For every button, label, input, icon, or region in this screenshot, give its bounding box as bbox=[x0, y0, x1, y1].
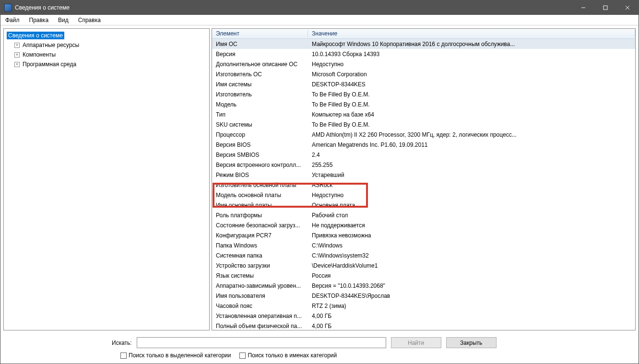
list-row[interactable]: Устройство загрузки\Device\HarddiskVolum… bbox=[212, 260, 635, 270]
list-row[interactable]: Изготовитель основной платыASRock bbox=[212, 180, 635, 190]
cell-value: Основная плата bbox=[308, 202, 635, 209]
check-selected-category[interactable]: Поиск только в выделенной категории bbox=[120, 352, 231, 359]
tree-root-label: Сведения о системе bbox=[7, 32, 64, 39]
list-row[interactable]: Конфигурация PCR7Привязка невозможна bbox=[212, 230, 635, 240]
find-button[interactable]: Найти bbox=[391, 337, 441, 348]
cell-value: 255.255 bbox=[308, 162, 635, 168]
check-category-names[interactable]: Поиск только в именах категорий bbox=[239, 352, 337, 359]
list-row[interactable]: Имя пользователяDESKTOP-8344KES\Ярослав bbox=[212, 291, 635, 301]
cell-value: \Device\HarddiskVolume1 bbox=[308, 262, 635, 269]
cell-name: Дополнительное описание ОС bbox=[212, 61, 308, 68]
tree-item[interactable]: +Программная среда bbox=[6, 59, 207, 69]
list-row[interactable]: Версия BIOSAmerican Megatrends Inc. P1.6… bbox=[212, 140, 635, 150]
list-row[interactable]: Состояние безопасной загруз...Не поддерж… bbox=[212, 220, 635, 230]
cell-value: To Be Filled By O.E.M. bbox=[308, 121, 635, 128]
msinfo32-window: Сведения о системе Файл Правка Вид Справ… bbox=[0, 0, 639, 364]
check-category-names-label: Поиск только в именах категорий bbox=[248, 352, 337, 359]
cell-name: Папка Windows bbox=[212, 242, 308, 249]
cell-name: Системная папка bbox=[212, 252, 308, 259]
bottom-bar: Искать: Найти Закрыть Поиск только в выд… bbox=[0, 333, 639, 364]
content-area: Сведения о системе +Аппаратные ресурсы+К… bbox=[0, 25, 639, 333]
list-row[interactable]: ПроцессорAMD Athlon(tm) II X2 260 Proces… bbox=[212, 129, 635, 140]
titlebar[interactable]: Сведения о системе bbox=[0, 0, 639, 15]
tree-item[interactable]: +Аппаратные ресурсы bbox=[6, 40, 207, 50]
close-button[interactable] bbox=[616, 0, 639, 15]
cell-value: To Be Filled By O.E.M. bbox=[308, 91, 635, 98]
menu-help[interactable]: Справка bbox=[76, 16, 103, 24]
column-header-name[interactable]: Элемент bbox=[212, 30, 308, 37]
menu-view[interactable]: Вид bbox=[56, 16, 71, 24]
tree-root-item[interactable]: Сведения о системе bbox=[6, 31, 207, 40]
cell-name: Имя пользователя bbox=[212, 293, 308, 299]
list-row[interactable]: Режим BIOSУстаревший bbox=[212, 170, 635, 180]
list-row[interactable]: ИзготовительTo Be Filled By O.E.M. bbox=[212, 89, 635, 99]
cell-value: 10.0.14393 Сборка 14393 bbox=[308, 51, 635, 58]
list-row[interactable]: Версия SMBIOS2.4 bbox=[212, 150, 635, 160]
cell-name: Язык системы bbox=[212, 272, 308, 279]
expand-icon[interactable]: + bbox=[14, 43, 20, 48]
list-row[interactable]: Аппаратно-зависимый уровен...Версия = "1… bbox=[212, 281, 635, 291]
list-row[interactable]: Полный объем физической па...4,00 ГБ bbox=[212, 321, 635, 330]
menubar: Файл Правка Вид Справка bbox=[0, 15, 639, 25]
column-header-value[interactable]: Значение bbox=[308, 30, 635, 37]
svg-rect-1 bbox=[604, 6, 607, 10]
list-row[interactable]: Дополнительное описание ОСНедоступно bbox=[212, 59, 635, 69]
cell-value: Майкрософт Windows 10 Корпоративная 2016… bbox=[308, 41, 635, 47]
cell-value: C:\Windows bbox=[308, 242, 635, 249]
tree-item[interactable]: +Компоненты bbox=[6, 50, 207, 59]
close-bottom-button[interactable]: Закрыть bbox=[446, 337, 497, 348]
cell-name: Имя ОС bbox=[212, 41, 308, 47]
cell-name: Тип bbox=[212, 111, 308, 118]
list-row[interactable]: Модель основной платыНедоступно bbox=[212, 190, 635, 200]
cell-name: SKU системы bbox=[212, 121, 308, 128]
search-label: Искать: bbox=[112, 340, 132, 346]
list-row[interactable]: Установленная оперативная п...4,00 ГБ bbox=[212, 311, 635, 321]
list-row[interactable]: Язык системыРоссия bbox=[212, 270, 635, 281]
details-pane: Элемент Значение Имя ОСМайкрософт Window… bbox=[212, 28, 636, 330]
list-row[interactable]: Имя системыDESKTOP-8344KES bbox=[212, 79, 635, 89]
expand-icon[interactable]: + bbox=[14, 52, 20, 58]
list-row[interactable]: Имя ОСМайкрософт Windows 10 Корпоративна… bbox=[212, 39, 635, 49]
cell-name: Часовой пояс bbox=[212, 303, 308, 309]
cell-value: ASRock bbox=[308, 182, 635, 188]
cell-value: Недоступно bbox=[308, 192, 635, 199]
list-row[interactable]: МодельTo Be Filled By O.E.M. bbox=[212, 99, 635, 109]
cell-name: Имя основной платы bbox=[212, 202, 308, 209]
cell-value: RTZ 2 (зима) bbox=[308, 303, 635, 309]
cell-name: Устройство загрузки bbox=[212, 262, 308, 269]
minimize-button[interactable] bbox=[572, 0, 594, 15]
cell-value: To Be Filled By O.E.M. bbox=[308, 101, 635, 108]
list-row[interactable]: ТипКомпьютер на базе x64 bbox=[212, 109, 635, 119]
cell-value: Компьютер на базе x64 bbox=[308, 111, 635, 118]
details-list[interactable]: Элемент Значение Имя ОСМайкрософт Window… bbox=[212, 29, 635, 330]
list-row[interactable]: Роль платформыРабочий стол bbox=[212, 210, 635, 220]
list-row[interactable]: Часовой поясRTZ 2 (зима) bbox=[212, 301, 635, 311]
list-row[interactable]: Версия встроенного контролл...255.255 bbox=[212, 160, 635, 170]
cell-name: Установленная оперативная п... bbox=[212, 313, 308, 319]
cell-value: Россия bbox=[308, 272, 635, 279]
cell-name: Аппаратно-зависимый уровен... bbox=[212, 282, 308, 289]
list-row[interactable]: Системная папкаC:\Windows\system32 bbox=[212, 250, 635, 260]
expand-icon[interactable]: + bbox=[14, 62, 20, 67]
cell-value: Устаревший bbox=[308, 172, 635, 178]
maximize-button[interactable] bbox=[594, 0, 616, 15]
search-input[interactable] bbox=[137, 337, 386, 348]
list-row[interactable]: SKU системыTo Be Filled By O.E.M. bbox=[212, 119, 635, 129]
cell-value: American Megatrends Inc. P1.60, 19.09.20… bbox=[308, 141, 635, 148]
tree-item-label: Аппаратные ресурсы bbox=[23, 42, 79, 48]
category-tree-pane: Сведения о системе +Аппаратные ресурсы+К… bbox=[3, 28, 210, 330]
list-row[interactable]: Изготовитель ОСMicrosoft Corporation bbox=[212, 69, 635, 79]
cell-name: Изготовитель основной платы bbox=[212, 182, 308, 188]
window-title: Сведения о системе bbox=[15, 4, 572, 11]
list-row[interactable]: Папка WindowsC:\Windows bbox=[212, 240, 635, 250]
list-row[interactable]: Версия10.0.14393 Сборка 14393 bbox=[212, 49, 635, 59]
cell-value: 4,00 ГБ bbox=[308, 323, 635, 329]
cell-name: Модель bbox=[212, 101, 308, 108]
list-header[interactable]: Элемент Значение bbox=[212, 29, 635, 39]
cell-value: DESKTOP-8344KES bbox=[308, 81, 635, 88]
menu-edit[interactable]: Правка bbox=[27, 16, 51, 24]
cell-value: 4,00 ГБ bbox=[308, 313, 635, 319]
menu-file[interactable]: Файл bbox=[3, 16, 22, 24]
checkbox-icon bbox=[120, 352, 127, 359]
list-row[interactable]: Имя основной платыОсновная плата bbox=[212, 200, 635, 210]
